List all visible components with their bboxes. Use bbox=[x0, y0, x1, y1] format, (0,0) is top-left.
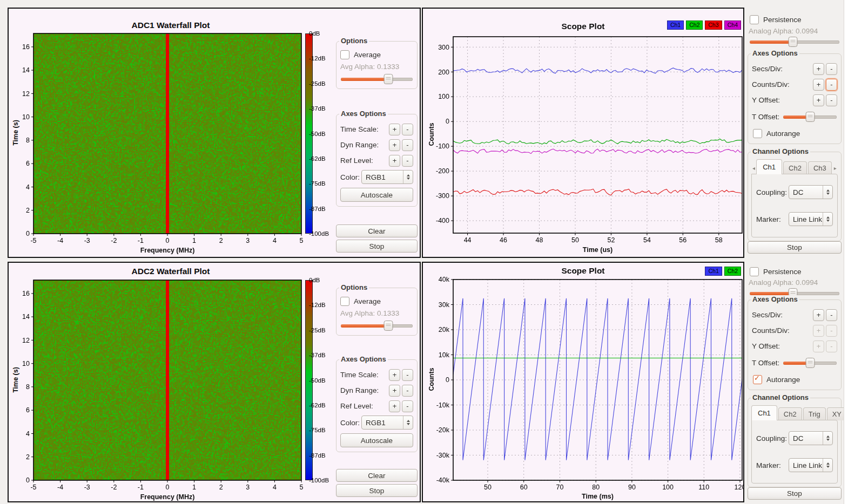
slider-handle[interactable] bbox=[805, 358, 815, 368]
svg-text:-40k: -40k bbox=[436, 476, 450, 484]
dyn-range-minus-button[interactable]: - bbox=[402, 139, 413, 151]
spinner-arrows-icon[interactable] bbox=[823, 432, 832, 445]
svg-text:-400: -400 bbox=[436, 217, 449, 224]
t-offset-slider[interactable] bbox=[783, 357, 837, 368]
autorange-checkbox-row[interactable]: Autorange bbox=[753, 127, 837, 139]
svg-text:110: 110 bbox=[698, 483, 709, 491]
color-select[interactable]: RGB1 bbox=[361, 416, 413, 430]
tab-scroll-right-icon[interactable]: ▸ bbox=[833, 165, 838, 174]
time-scale-label: Time Scale: bbox=[340, 371, 379, 379]
dyn-range-minus-button[interactable]: - bbox=[402, 385, 413, 397]
analog-alpha-slider[interactable] bbox=[749, 288, 840, 291]
coupling-value: DC bbox=[789, 434, 823, 442]
time-scale-plus-button[interactable]: + bbox=[389, 369, 400, 381]
stop-button[interactable]: Stop bbox=[748, 241, 842, 254]
spinner-arrows-icon[interactable] bbox=[823, 186, 832, 199]
tab-ch1[interactable]: Ch1 bbox=[756, 159, 782, 174]
scope-plot[interactable]: 506070809010011012040k30k20k10k0-10k-20k… bbox=[423, 263, 743, 501]
spinner-arrows-icon[interactable] bbox=[823, 213, 832, 226]
marker-value: Line Link bbox=[789, 461, 823, 469]
svg-text:0: 0 bbox=[166, 483, 170, 491]
svg-text:-1: -1 bbox=[138, 483, 144, 491]
stop-button[interactable]: Stop bbox=[748, 487, 842, 500]
dyn-range-plus-button[interactable]: + bbox=[389, 385, 400, 397]
spinner-arrows-icon[interactable] bbox=[403, 171, 413, 183]
gridlines bbox=[453, 37, 742, 233]
persistence-checkbox[interactable] bbox=[750, 267, 759, 276]
svg-text:-30k: -30k bbox=[436, 452, 450, 459]
secs-div-minus-button[interactable]: - bbox=[826, 63, 837, 75]
coupling-select[interactable]: DC bbox=[789, 185, 833, 199]
t-offset-slider[interactable] bbox=[783, 111, 837, 122]
traces bbox=[453, 68, 742, 195]
marker-select[interactable]: Line Link bbox=[789, 212, 833, 226]
average-checkbox-row[interactable]: Average bbox=[340, 49, 413, 60]
ref-level-plus-button[interactable]: + bbox=[389, 155, 400, 167]
ref-level-minus-button[interactable]: - bbox=[402, 400, 413, 412]
tab-trig[interactable]: Trig bbox=[803, 407, 826, 420]
dyn-range-plus-button[interactable]: + bbox=[389, 139, 400, 151]
y-offset-plus-button[interactable]: + bbox=[813, 340, 824, 352]
spinner-arrows-icon[interactable] bbox=[403, 416, 413, 429]
slider-handle[interactable] bbox=[384, 321, 393, 331]
tab-ch2[interactable]: Ch2 bbox=[778, 407, 802, 420]
axes-group-title: Axes Options bbox=[751, 49, 799, 57]
svg-text:3: 3 bbox=[246, 237, 250, 244]
svg-text:40k: 40k bbox=[439, 276, 450, 283]
average-checkbox[interactable] bbox=[340, 50, 349, 59]
svg-text:14: 14 bbox=[22, 313, 30, 321]
counts-div-plus-button[interactable]: + bbox=[813, 325, 824, 337]
time-scale-plus-button[interactable]: + bbox=[389, 124, 400, 135]
x-ticks: 5060708090100110120 bbox=[484, 480, 743, 491]
avg-alpha-slider[interactable] bbox=[340, 320, 413, 331]
tab-scroll-left-icon[interactable]: ◂ bbox=[751, 165, 756, 174]
secs-div-minus-button[interactable]: - bbox=[826, 309, 837, 321]
tab-ch1[interactable]: Ch1 bbox=[751, 405, 777, 420]
counts-div-plus-button[interactable]: + bbox=[813, 79, 824, 91]
secs-div-plus-button[interactable]: + bbox=[813, 309, 824, 321]
time-scale-minus-button[interactable]: - bbox=[402, 369, 413, 381]
y-offset-plus-button[interactable]: + bbox=[813, 94, 824, 106]
coupling-select[interactable]: DC bbox=[789, 431, 833, 445]
slider-handle[interactable] bbox=[805, 112, 815, 122]
svg-text:4: 4 bbox=[273, 237, 277, 244]
stop-button[interactable]: Stop bbox=[336, 240, 418, 253]
autorange-checkbox-row[interactable]: Autorange bbox=[753, 373, 837, 385]
autoscale-button[interactable]: Autoscale bbox=[340, 188, 413, 202]
ref-level-plus-button[interactable]: + bbox=[389, 400, 400, 412]
trace-Ch3 bbox=[453, 189, 742, 195]
clear-button[interactable]: Clear bbox=[336, 224, 418, 237]
marker-select[interactable]: Line Link bbox=[789, 458, 833, 472]
avg-alpha-slider[interactable] bbox=[340, 73, 413, 84]
slider-handle[interactable] bbox=[384, 74, 393, 84]
persistence-checkbox[interactable] bbox=[750, 15, 759, 24]
persistence-checkbox-row[interactable]: Persistence bbox=[750, 267, 842, 276]
tab-ch2[interactable]: Ch2 bbox=[783, 161, 807, 174]
stop-button[interactable]: Stop bbox=[336, 484, 418, 497]
scope-plot[interactable]: 44464850525456583002001000-100-200-300-4… bbox=[423, 9, 743, 257]
persistence-checkbox-row[interactable]: Persistence bbox=[750, 15, 842, 25]
y-offset-minus-button[interactable]: - bbox=[826, 94, 837, 106]
avg-alpha-label: Avg Alpha: 0.1333 bbox=[340, 309, 413, 317]
average-checkbox[interactable] bbox=[340, 297, 349, 306]
scrollbar-strip[interactable] bbox=[844, 0, 848, 504]
counts-div-minus-button[interactable]: - bbox=[826, 325, 837, 337]
autoscale-button[interactable]: Autoscale bbox=[340, 433, 413, 447]
color-select[interactable]: RGB1 bbox=[361, 170, 413, 184]
tab-ch3[interactable]: Ch3 bbox=[808, 161, 832, 174]
clear-button[interactable]: Clear bbox=[336, 469, 418, 482]
time-scale-minus-button[interactable]: - bbox=[402, 124, 413, 135]
svg-text:16: 16 bbox=[22, 43, 30, 51]
spinner-arrows-icon[interactable] bbox=[823, 459, 832, 472]
autorange-checkbox[interactable] bbox=[753, 375, 762, 384]
y-offset-minus-button[interactable]: - bbox=[826, 340, 837, 352]
ref-level-label: Ref Level: bbox=[340, 156, 373, 165]
autorange-checkbox[interactable] bbox=[753, 129, 762, 138]
secs-div-plus-button[interactable]: + bbox=[813, 63, 824, 75]
svg-text:2: 2 bbox=[26, 453, 30, 461]
average-checkbox-row[interactable]: Average bbox=[340, 295, 413, 307]
slider-handle[interactable] bbox=[788, 37, 797, 47]
ref-level-minus-button[interactable]: - bbox=[402, 155, 413, 167]
counts-div-minus-button[interactable]: - bbox=[826, 79, 837, 91]
analog-alpha-slider[interactable] bbox=[749, 36, 840, 45]
